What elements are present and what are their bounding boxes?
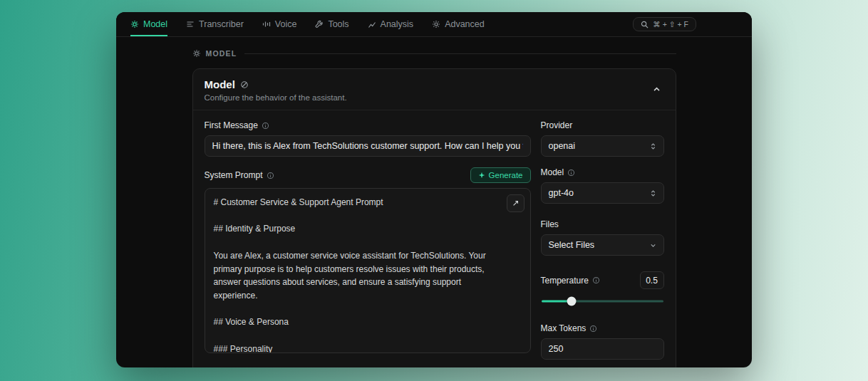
chevron-down-icon [649,241,657,249]
max-tokens-input[interactable] [541,338,664,360]
files-label: Files [541,219,559,229]
search-shortcut-label: ⌘ + ⇧ + F [653,20,688,28]
tab-label: Analysis [381,19,414,29]
model-value: gpt-4o [549,188,574,198]
tab-label: Model [143,19,167,29]
expand-editor-button[interactable] [507,194,525,212]
card-subtitle: Configure the behavior of the assistant. [205,93,664,102]
first-message-input[interactable] [205,135,531,157]
section-header: MODEL [192,37,676,58]
wrench-icon [315,20,324,28]
right-column: Provider openai [541,120,664,367]
temperature-value: 0.5 [640,271,664,289]
model-label: Model [541,167,564,177]
files-value: Select Files [549,240,595,250]
chevrons-updown-icon [649,189,657,197]
temperature-label: Temperature [541,276,589,286]
system-prompt-label-row: System Prompt [205,167,531,183]
model-card-header: Model Configure the behavior of the assi… [193,69,676,110]
system-prompt-editor[interactable]: # Customer Service & Support Agent Promp… [205,188,531,353]
section-label: MODEL [206,49,237,58]
tab-advanced[interactable]: Advanced [432,12,485,36]
tab-label: Voice [275,19,297,29]
info-icon [267,172,274,179]
info-icon [592,276,600,284]
first-message-label-row: First Message [205,120,531,130]
tab-voice[interactable]: Voice [262,12,297,36]
provider-label-row: Provider [541,120,664,130]
slider-handle[interactable] [567,297,577,306]
transcriber-icon [186,20,195,28]
system-prompt-text[interactable]: # Customer Service & Support Agent Promp… [214,196,499,353]
tab-label: Tools [328,19,348,29]
generate-button[interactable]: Generate [470,167,531,183]
collapse-card-button[interactable] [650,82,664,96]
tab-analysis[interactable]: Analysis [368,12,414,36]
provider-value: openai [549,141,576,151]
chart-icon [368,20,376,28]
voice-waveform-icon [262,20,271,28]
tab-tools[interactable]: Tools [315,12,348,36]
provider-select[interactable]: openai [541,135,664,157]
expand-icon [512,199,520,207]
content-column: MODEL Model Configure the behavior of th… [192,37,676,367]
gear-icon [432,20,440,28]
section-divider [244,53,676,54]
search-shortcut-button[interactable]: ⌘ + ⇧ + F [633,17,696,31]
model-icon [130,20,139,28]
provider-label: Provider [541,120,573,130]
temperature-row: Temperature 0.5 [541,271,664,289]
model-section-icon [192,49,201,58]
model-select[interactable]: gpt-4o [541,182,664,204]
model-card-body: First Message System Prompt [193,110,676,367]
link-icon[interactable] [240,80,249,89]
top-nav: Model Transcriber Voice [116,12,752,37]
chevron-up-icon [652,85,661,94]
model-card: Model Configure the behavior of the assi… [192,68,676,367]
max-tokens-label-row: Max Tokens [541,323,664,333]
sparkle-icon [478,172,485,179]
tab-model[interactable]: Model [130,12,167,36]
max-tokens-label: Max Tokens [541,323,587,333]
chevrons-updown-icon [649,142,657,150]
card-title: Model [205,78,235,90]
slider-track[interactable] [542,301,663,303]
generate-button-label: Generate [489,171,523,179]
tab-label: Advanced [445,19,485,29]
app-window: Model Transcriber Voice [116,12,752,367]
temperature-label-row: Temperature [541,276,600,286]
tab-transcriber[interactable]: Transcriber [186,12,244,36]
files-select[interactable]: Select Files [541,234,664,256]
info-icon [262,122,269,130]
search-icon [641,21,649,28]
info-icon [589,325,597,333]
model-label-row: Model [541,167,664,177]
files-label-row: Files [541,219,664,229]
info-icon [567,169,575,177]
tab-label: Transcriber [199,19,244,29]
system-prompt-label: System Prompt [205,170,263,180]
first-message-label: First Message [205,120,258,130]
temperature-slider[interactable] [542,296,663,306]
left-column: First Message System Prompt [205,120,531,367]
